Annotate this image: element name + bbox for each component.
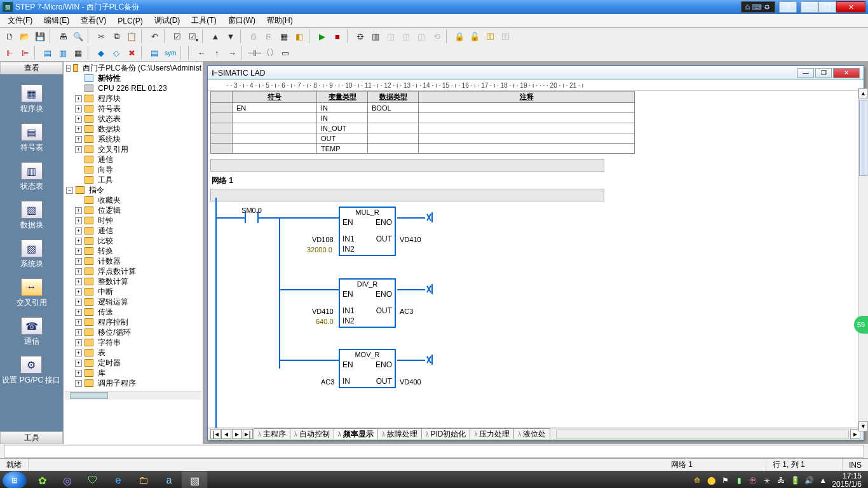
nav-status-table[interactable]: ▥状态表 bbox=[20, 162, 43, 192]
tree-item[interactable]: + 符号表 bbox=[75, 104, 201, 114]
subwin-maximize-button[interactable]: ❐ bbox=[815, 68, 832, 78]
task-app4-icon[interactable]: a bbox=[156, 471, 182, 488]
task-app2-icon[interactable]: ◎ bbox=[55, 471, 80, 488]
subwindow-titlebar[interactable]: ⊩ SIMATIC LAD — ❐ ✕ bbox=[208, 66, 864, 80]
tree-expand-icon[interactable]: + bbox=[75, 268, 82, 275]
tree-expand-icon[interactable]: + bbox=[75, 288, 82, 295]
tree-item[interactable]: + 中断 bbox=[75, 287, 201, 297]
tb-undo-icon[interactable]: ↶ bbox=[147, 29, 161, 43]
tree-item[interactable]: CPU 226 REL 01.23 bbox=[75, 83, 201, 93]
project-tree[interactable]: − 西门子PLC备份 (C:\Users\Administ 新特性 CPU 22… bbox=[64, 62, 203, 444]
menu-tools[interactable]: 工具(T) bbox=[186, 14, 221, 27]
menu-edit[interactable]: 编辑(E) bbox=[39, 14, 74, 27]
tray-net-icon[interactable]: 🖧 bbox=[776, 475, 786, 485]
tray-shield-icon[interactable]: ⬤ bbox=[706, 475, 716, 485]
tree-expand-icon[interactable]: + bbox=[75, 126, 82, 133]
tree-expand-icon[interactable]: + bbox=[75, 360, 82, 367]
tree-item[interactable]: + 比较 bbox=[75, 236, 201, 246]
scroll-down-icon[interactable]: ▼ bbox=[858, 421, 868, 431]
pin-in2-32000[interactable]: 32000.0 bbox=[307, 246, 332, 254]
nav-data-block[interactable]: ▧数据块 bbox=[20, 201, 43, 231]
pin-in2-640[interactable]: 640.0 bbox=[316, 318, 334, 325]
tb-monitor1-icon[interactable]: ⯐ bbox=[353, 29, 367, 43]
pou-tab[interactable]: 故障处理 bbox=[377, 428, 422, 439]
tb-misc1-icon[interactable]: ▦ bbox=[277, 29, 291, 43]
pin-in-ac3[interactable]: AC3 bbox=[321, 378, 334, 386]
tree-expand-icon[interactable]: + bbox=[75, 238, 82, 245]
col-vartype[interactable]: 变量类型 bbox=[317, 92, 368, 103]
tree-item[interactable]: + 定时器 bbox=[75, 358, 201, 368]
tb-run-icon[interactable]: ▶ bbox=[315, 29, 329, 43]
tree-expand-icon[interactable]: + bbox=[75, 95, 82, 102]
tree-item[interactable]: + 调用子程序 bbox=[75, 378, 201, 388]
tree-expand-icon[interactable]: + bbox=[75, 227, 82, 234]
nav-symbol-table[interactable]: ▤符号表 bbox=[20, 123, 43, 153]
tree-expand-icon[interactable]: + bbox=[75, 146, 82, 153]
tabs-next-icon[interactable]: ▸ bbox=[232, 429, 242, 439]
nav-cross-ref[interactable]: ↔交叉引用 bbox=[17, 278, 47, 308]
tree-item[interactable]: + 逻辑运算 bbox=[75, 297, 201, 307]
tb2-symbols-icon[interactable]: ▤ bbox=[147, 46, 161, 60]
pin-in1-vd410[interactable]: VD410 bbox=[312, 308, 334, 315]
tb-monitor3-icon[interactable]: ◫ bbox=[384, 29, 398, 43]
tree-expand-icon[interactable]: + bbox=[75, 339, 82, 346]
tb-print-icon[interactable]: 🖶 bbox=[56, 29, 70, 43]
close-button[interactable]: ✕ bbox=[836, 1, 865, 13]
subwin-close-button[interactable]: ✕ bbox=[833, 68, 860, 78]
tb2-network-view-icon[interactable]: ▤ bbox=[41, 46, 55, 60]
tb-cut-icon[interactable]: ✂ bbox=[94, 29, 108, 43]
tree-expand-icon[interactable]: + bbox=[75, 258, 82, 265]
tray-wifi-icon[interactable]: ⟰ bbox=[692, 475, 702, 485]
editor-vscrollbar[interactable]: ▲ ▼ bbox=[858, 88, 868, 431]
menu-file[interactable]: 文件(F) bbox=[3, 14, 37, 27]
tb2-bookmark2-icon[interactable]: ◇ bbox=[109, 46, 123, 60]
tree-item[interactable]: + 通信 bbox=[75, 226, 201, 236]
tree-item[interactable]: + 计数器 bbox=[75, 256, 201, 266]
tree-item[interactable]: + 传送 bbox=[75, 307, 201, 317]
tb-monitor5-icon[interactable]: ◫ bbox=[414, 29, 428, 43]
tb2-clear-bm-icon[interactable]: ✖ bbox=[125, 46, 139, 60]
tree-item[interactable]: + 状态表 bbox=[75, 114, 201, 124]
tree-expand-icon[interactable]: + bbox=[75, 349, 82, 356]
tree-expand-icon[interactable]: + bbox=[75, 278, 82, 285]
nav-system-block[interactable]: ▨系统块 bbox=[20, 240, 43, 269]
tb2-bookmark1-icon[interactable]: ◆ bbox=[94, 46, 108, 60]
pou-tab[interactable]: PID初始化 bbox=[421, 428, 471, 439]
subwin-minimize-button[interactable]: — bbox=[797, 68, 814, 78]
tb-monitor6-icon[interactable]: ⟲ bbox=[430, 29, 444, 43]
tree-item[interactable]: + 数据块 bbox=[75, 124, 201, 134]
tree-item[interactable]: + 位逻辑 bbox=[75, 205, 201, 215]
ladder-rung[interactable]: SM0.0 MUL_R ENENO IN1OUT bbox=[210, 207, 864, 397]
nav-footer[interactable]: 工具 bbox=[0, 431, 63, 444]
menu-window[interactable]: 窗口(W) bbox=[223, 14, 261, 27]
tray-bt-icon[interactable]: ⚹ bbox=[762, 475, 772, 485]
output-area[interactable] bbox=[4, 445, 864, 458]
tree-expand-icon[interactable]: + bbox=[75, 380, 82, 387]
tb2-right-icon[interactable]: → bbox=[225, 46, 239, 60]
network-title-bar[interactable] bbox=[210, 159, 604, 172]
table-row[interactable]: OUT bbox=[211, 133, 635, 144]
side-badge[interactable]: 59 bbox=[854, 316, 868, 334]
tb2-stl-icon[interactable]: ⊫ bbox=[18, 46, 32, 60]
pin-out-vd400[interactable]: VD400 bbox=[400, 378, 421, 386]
col-symbol[interactable]: 符号 bbox=[233, 92, 317, 103]
table-row[interactable]: TEMP bbox=[211, 144, 635, 154]
tree-expand-icon[interactable]: + bbox=[75, 309, 82, 316]
tb-preview-icon[interactable]: 🔍 bbox=[71, 29, 85, 43]
tb-paste-icon[interactable]: 📋 bbox=[125, 29, 139, 43]
tree-expand-icon[interactable]: + bbox=[75, 217, 82, 224]
tree-item[interactable]: + 浮点数计算 bbox=[75, 266, 201, 276]
tb2-coil-icon[interactable]: 〈〉 bbox=[263, 46, 277, 60]
tb-delete-network-icon[interactable]: ⎘ bbox=[262, 29, 276, 43]
pou-tab[interactable]: 自动控制 bbox=[290, 428, 334, 439]
maximize-button[interactable]: ❐ bbox=[818, 1, 836, 13]
tree-item[interactable]: + 字符串 bbox=[75, 337, 201, 348]
pin-out-vd410[interactable]: VD410 bbox=[400, 236, 421, 243]
editor-hscrollbar[interactable] bbox=[556, 430, 849, 438]
tree-item[interactable]: 新特性 bbox=[75, 73, 201, 83]
task-step7-icon[interactable]: ▧ bbox=[182, 471, 207, 488]
tree-expand-icon[interactable]: + bbox=[75, 248, 82, 255]
tb-upload-icon[interactable]: ▲ bbox=[208, 29, 222, 43]
tb-open-icon[interactable]: 📂 bbox=[18, 29, 32, 43]
block-div-r[interactable]: DIV_R ENENO IN1OUT IN2 bbox=[339, 278, 396, 328]
